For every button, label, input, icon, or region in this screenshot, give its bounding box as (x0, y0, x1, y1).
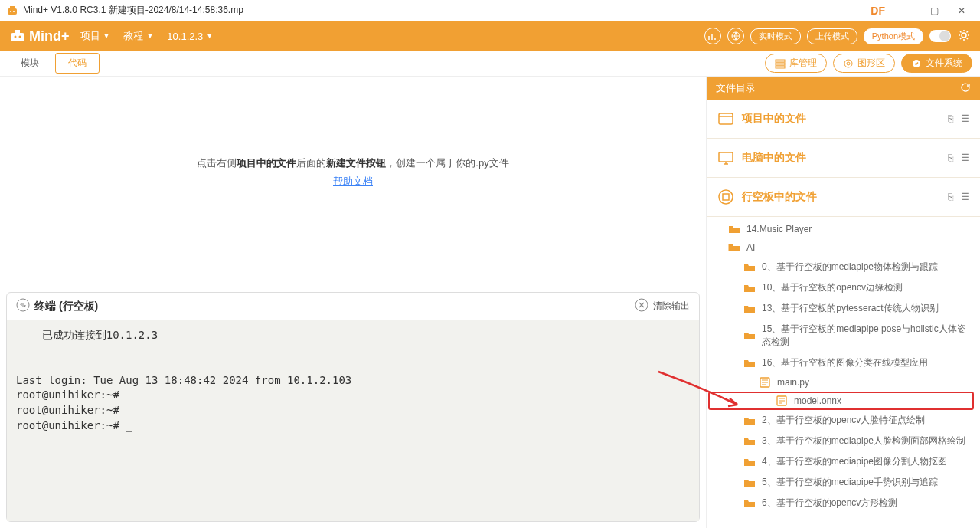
folder-0[interactable]: 0、基于行空板的mediapipe物体检测与跟踪 (707, 257, 974, 277)
brand-text: Mind+ (29, 28, 70, 44)
svg-point-3 (13, 11, 15, 12)
new-file-icon[interactable]: ⎘ (948, 152, 953, 163)
folder-music-player[interactable]: 14.Music Player (707, 220, 974, 238)
folder-10[interactable]: 10、基于行空板的opencv边缘检测 (707, 277, 974, 298)
tab-code[interactable]: 代码 (55, 53, 100, 74)
brand-logo: Mind+ (9, 28, 70, 44)
svg-point-9 (962, 33, 966, 38)
svg-point-6 (15, 36, 17, 38)
svg-rect-4 (11, 33, 24, 41)
df-logo: DF (871, 5, 885, 17)
svg-rect-11 (776, 63, 785, 65)
window-titlebar: Mind+ V1.8.0 RC3.1 新建项目-2024/8/14-14:58:… (0, 0, 980, 21)
svg-point-20 (719, 190, 733, 204)
svg-rect-10 (776, 60, 785, 62)
folder-3[interactable]: 3、基于行空板的mediapipe人脸检测面部网格绘制 (707, 431, 974, 451)
window-title: Mind+ V1.8.0 RC3.1 新建项目-2024/8/14-14:58:… (23, 4, 871, 17)
svg-rect-1 (10, 6, 15, 9)
folder-ai[interactable]: AI (707, 238, 974, 257)
editor-pane: 点击右侧项目中的文件后面的新建文件按钮，创建一个属于你的.py文件 帮助文档 终… (0, 77, 706, 528)
toggle-icon[interactable] (929, 30, 951, 42)
sub-toolbar: 模块 代码 库管理 图形区 文件系统 (0, 51, 980, 77)
link-icon (16, 298, 30, 314)
folder-13[interactable]: 13、基于行空板的pytesseract传统人物识别 (707, 298, 974, 319)
new-file-icon[interactable]: ⎘ (948, 113, 953, 124)
mode-realtime[interactable]: 实时模式 (750, 28, 801, 44)
tab-module[interactable]: 模块 (8, 53, 52, 74)
refresh-icon[interactable] (960, 82, 971, 95)
maximize-button[interactable]: ▢ (922, 2, 946, 20)
app-icon (6, 5, 18, 17)
terminal-output[interactable]: 已成功连接到10.1.2.3 Last login: Tue Aug 13 18… (7, 320, 699, 521)
minimize-button[interactable]: ─ (894, 2, 919, 20)
section-computer-files[interactable]: 电脑中的文件 ⎘☰ (707, 139, 980, 178)
file-main-py[interactable]: main.py (707, 373, 974, 392)
terminal-title: 终端 (行空板) (34, 300, 98, 313)
file-tree: 14.Music Player AI 0、基于行空板的mediapipe物体检测… (707, 217, 980, 528)
close-button[interactable]: ✕ (949, 2, 974, 20)
clear-output[interactable]: 清除输出 (653, 300, 690, 313)
file-panel: 文件目录 项目中的文件 ⎘☰ 电脑中的文件 ⎘☰ 行空板中的文件 ⎘☰ 14.M… (706, 77, 980, 528)
editor-hint: 点击右侧项目中的文件后面的新建文件按钮，创建一个属于你的.py文件 (197, 156, 508, 170)
menu-icon[interactable]: ☰ (961, 113, 969, 124)
menu-ip[interactable]: 10.1.2.3▼ (167, 31, 213, 42)
svg-point-14 (847, 62, 850, 65)
svg-rect-19 (719, 152, 733, 162)
svg-rect-18 (719, 113, 733, 124)
folder-5[interactable]: 5、基于行空板的mediapipe手势识别与追踪 (707, 472, 974, 493)
folder-15[interactable]: 15、基于行空板的mediapipe pose与holistic人体姿态检测 (707, 319, 974, 353)
folder-4[interactable]: 4、基于行空板的mediapipe图像分割人物抠图 (707, 451, 974, 472)
new-file-icon[interactable]: ⎘ (948, 192, 953, 202)
folder-16[interactable]: 16、基于行空板的图像分类在线模型应用 (707, 353, 974, 373)
lib-manage-button[interactable]: 库管理 (765, 54, 827, 73)
chart-icon[interactable] (704, 28, 721, 44)
svg-rect-12 (776, 66, 785, 68)
section-board-files[interactable]: 行空板中的文件 ⎘☰ (707, 178, 980, 217)
mode-python[interactable]: Python模式 (864, 28, 923, 44)
svg-rect-5 (15, 30, 20, 34)
svg-point-13 (844, 60, 852, 67)
menu-icon[interactable]: ☰ (961, 152, 969, 163)
svg-point-2 (10, 11, 11, 12)
svg-rect-21 (723, 194, 729, 200)
file-panel-header: 文件目录 (707, 77, 980, 100)
terminal-panel: 终端 (行空板) 清除输出 已成功连接到10.1.2.3 Last login:… (6, 292, 700, 522)
svg-point-7 (19, 36, 21, 38)
help-link[interactable]: 帮助文档 (333, 175, 373, 189)
main-toolbar: Mind+ 项目▼ 教程▼ 10.1.2.3▼ 实时模式 上传模式 Python… (0, 21, 980, 51)
clear-icon[interactable] (635, 298, 648, 314)
folder-2[interactable]: 2、基于行空板的opencv人脸特征点绘制 (707, 410, 974, 431)
gear-icon[interactable] (957, 28, 971, 44)
mode-upload[interactable]: 上传模式 (807, 28, 858, 44)
section-project-files[interactable]: 项目中的文件 ⎘☰ (707, 100, 980, 139)
graph-area-button[interactable]: 图形区 (833, 54, 895, 73)
menu-project[interactable]: 项目▼ (80, 29, 110, 43)
file-model-onnx[interactable]: model.onnx (708, 392, 974, 410)
menu-icon[interactable]: ☰ (961, 192, 969, 202)
file-system-button[interactable]: 文件系统 (901, 54, 972, 73)
menu-tutorial[interactable]: 教程▼ (123, 29, 153, 43)
globe-icon[interactable] (727, 28, 744, 44)
folder-6[interactable]: 6、基于行空板的opencv方形检测 (707, 493, 974, 513)
svg-rect-0 (8, 8, 17, 15)
